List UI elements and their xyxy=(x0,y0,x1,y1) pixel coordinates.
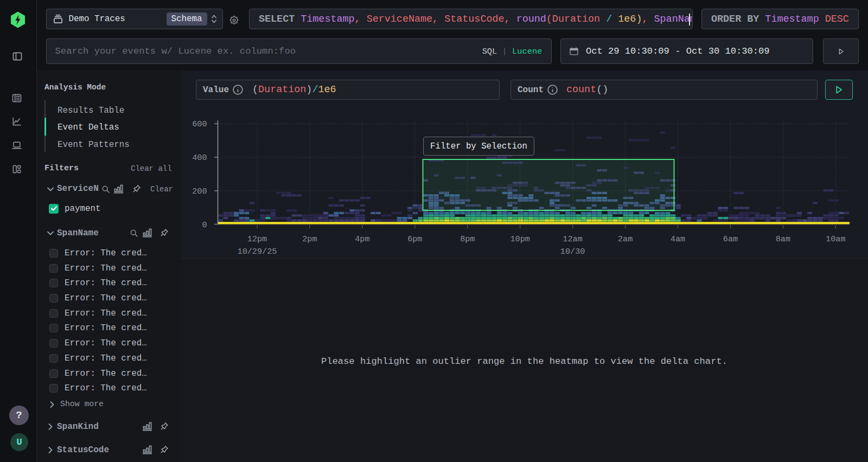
svg-text:2am: 2am xyxy=(618,234,633,244)
svg-text:4am: 4am xyxy=(671,234,685,244)
svg-text:0: 0 xyxy=(202,220,207,230)
svg-text:600: 600 xyxy=(192,119,207,129)
svg-text:10am: 10am xyxy=(826,234,845,244)
svg-text:10pm: 10pm xyxy=(510,234,529,244)
svg-text:200: 200 xyxy=(192,187,207,196)
svg-text:12pm: 12pm xyxy=(247,234,267,244)
svg-text:8pm: 8pm xyxy=(460,234,475,244)
svg-text:6pm: 6pm xyxy=(407,234,422,244)
svg-text:10/29/25: 10/29/25 xyxy=(238,247,277,256)
svg-text:400: 400 xyxy=(192,153,207,163)
svg-text:6am: 6am xyxy=(723,234,738,244)
svg-text:4pm: 4pm xyxy=(355,234,369,244)
svg-text:2pm: 2pm xyxy=(302,234,317,244)
svg-text:8am: 8am xyxy=(776,234,790,244)
svg-text:10/30: 10/30 xyxy=(560,247,585,256)
svg-text:12am: 12am xyxy=(563,234,582,244)
